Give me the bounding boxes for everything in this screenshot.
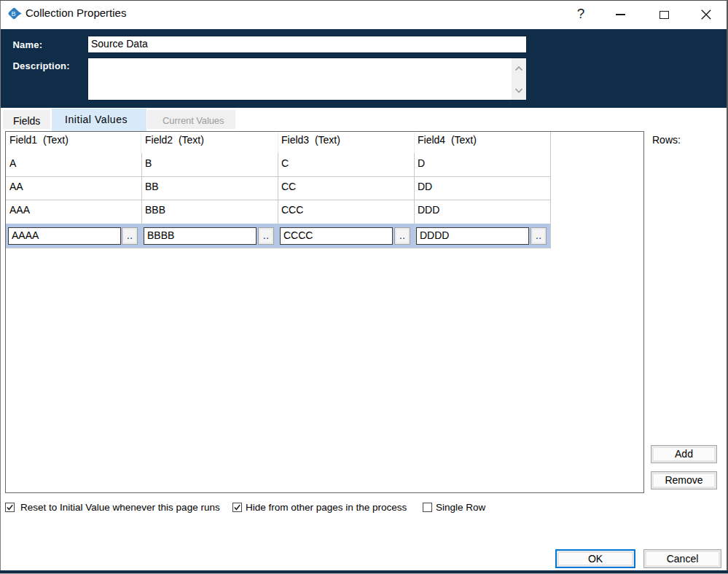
svg-text:B: B (12, 10, 16, 17)
